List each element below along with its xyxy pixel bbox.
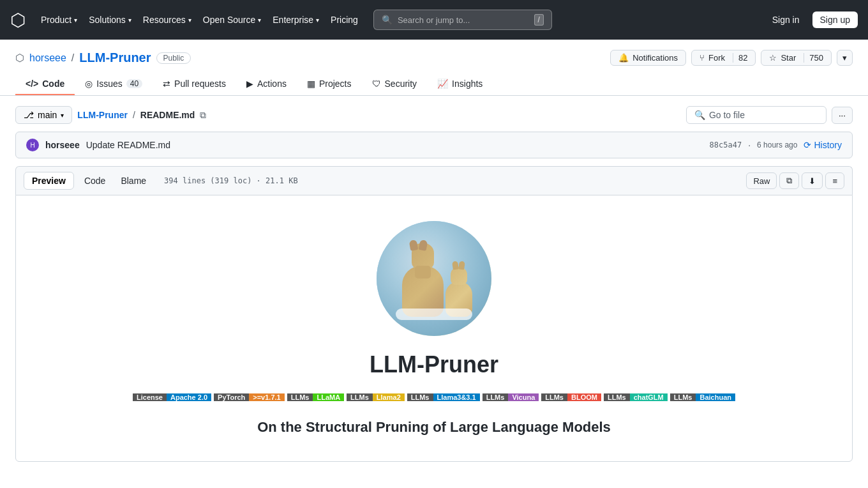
badge-license[interactable]: License Apache 2.0 [133,391,211,404]
chevron-down-icon: ▾ [61,112,64,119]
file-path-bar: ⎇ main ▾ LLM-Pruner / README.md ⧉ 🔍 Go t… [15,106,853,124]
file-right-actions: Raw ⧉ ⬇ ≡ [746,172,844,189]
issue-icon: ◎ [85,79,93,89]
history-icon: ⟳ [804,140,811,150]
tab-insights[interactable]: 📈 Insights [427,73,493,95]
path-current-file: README.md [140,110,195,120]
repo-readme-title: LLM-Pruner [31,351,837,378]
history-link[interactable]: ⟳ History [804,140,842,150]
copy-path-icon[interactable]: ⧉ [200,110,206,121]
preview-tab[interactable]: Preview [24,172,74,190]
dot-separator: · [748,140,751,150]
auth-buttons: Sign in Sign up [765,11,858,28]
star-count: 750 [804,53,823,63]
search-icon: 🔍 [382,15,393,25]
signin-button[interactable]: Sign in [765,11,807,28]
badge-llama2[interactable]: LLMs Llama2 [347,391,405,404]
chevron-down-icon: ▾ [74,17,77,24]
branch-selector[interactable]: ⎇ main ▾ [15,106,72,124]
more-options-button[interactable]: ··· [832,107,853,124]
star-icon: ☆ [769,53,777,63]
chevron-down-icon: ▾ [316,17,319,24]
badge-bloom[interactable]: LLMs BLOOM [541,391,601,404]
fork-button[interactable]: ⑂ Fork 82 [691,50,756,66]
tab-issues[interactable]: ◎ Issues 40 [75,73,153,95]
enterprise-menu[interactable]: Enterprise ▾ [267,11,324,29]
product-menu[interactable]: Product ▾ [36,11,82,29]
search-icon: 🔍 [694,110,705,120]
chevron-down-icon: ▾ [188,17,191,24]
star-dropdown-button[interactable]: ▾ [837,50,853,66]
security-icon: 🛡 [372,79,381,89]
badge-llama3[interactable]: LLMs Llama3&3.1 [407,391,480,404]
commit-time: 6 hours ago [757,141,797,149]
tab-code[interactable]: </> Code [15,73,75,95]
raw-button[interactable]: Raw [746,172,777,189]
readme-subtitle: On the Structural Pruning of Large Langu… [31,419,837,436]
notifications-button[interactable]: 🔔 Notifications [610,50,686,66]
repo-action-buttons: 🔔 Notifications ⑂ Fork 82 ☆ Star 750 ▾ [610,50,853,66]
pr-icon: ⇄ [163,79,170,89]
repo-name-link[interactable]: LLM-Pruner [79,50,151,65]
commit-author[interactable]: horseee [45,140,80,150]
visibility-badge: Public [156,52,191,64]
branch-icon: ⎇ [24,110,34,120]
insights-icon: 📈 [437,79,448,89]
repo-path-separator: / [71,52,74,64]
signup-button[interactable]: Sign up [812,11,858,28]
repo-type-icon: ⬡ [15,52,24,64]
open-source-menu[interactable]: Open Source ▾ [198,11,267,29]
issues-count-badge: 40 [126,79,142,88]
repo-header: ⬡ horseee / LLM-Pruner Public 🔔 Notifica… [0,40,868,96]
bell-icon: 🔔 [618,53,629,63]
path-separator: / [133,110,135,120]
blame-tab[interactable]: Blame [113,172,154,189]
list-view-button[interactable]: ≡ [825,172,844,189]
llm-pruner-image [377,221,491,336]
resources-menu[interactable]: Resources ▾ [138,11,197,29]
download-button[interactable]: ⬇ [802,172,823,189]
code-icon: </> [26,79,38,89]
commit-bar: H horseee Update README.md 88c5a47 · 6 h… [15,132,853,158]
projects-icon: ▦ [307,79,315,89]
copy-raw-button[interactable]: ⧉ [779,172,799,189]
tab-pull-requests[interactable]: ⇄ Pull requests [153,73,236,95]
repo-tabs: </> Code ◎ Issues 40 ⇄ Pull requests ▶ A… [15,73,853,95]
github-logo-icon[interactable]: ⬡ [10,10,26,31]
topnav: ⬡ Product ▾ Solutions ▾ Resources ▾ Open… [0,0,868,40]
topnav-links: Product ▾ Solutions ▾ Resources ▾ Open S… [36,11,363,29]
file-viewer: ⎇ main ▾ LLM-Pruner / README.md ⧉ 🔍 Go t… [0,96,868,472]
star-button[interactable]: ☆ Star 750 [761,50,832,66]
file-content: LLM-Pruner License Apache 2.0 PyTorch >=… [15,195,853,462]
chevron-down-icon: ▾ [258,17,261,24]
avatar: H [26,139,39,151]
tab-projects[interactable]: ▦ Projects [297,73,362,95]
badge-vicuna[interactable]: LLMs Vicuna [483,391,539,404]
pricing-link[interactable]: Pricing [326,11,363,29]
badge-row: License Apache 2.0 PyTorch >=v1.7.1 LLMs… [31,391,837,404]
badge-llama[interactable]: LLMs LLaMA [287,391,344,404]
search-placeholder: Search or jump to... [398,15,534,25]
badge-chatglm[interactable]: LLMs chatGLM [604,391,668,404]
tab-actions[interactable]: ▶ Actions [236,73,297,95]
chevron-down-icon: ▾ [128,17,131,24]
file-actions-bar: Preview Code Blame 394 lines (319 loc) ·… [15,166,853,195]
fork-count: 82 [733,53,747,63]
search-bar[interactable]: 🔍 Search or jump to... / [373,10,552,30]
badge-pytorch[interactable]: PyTorch >=v1.7.1 [214,391,285,404]
search-shortcut-kbd: / [534,14,544,26]
path-root-link[interactable]: LLM-Pruner [77,110,128,120]
badge-baichuan[interactable]: LLMs Baichuan [670,391,735,404]
solutions-menu[interactable]: Solutions ▾ [84,11,137,29]
commit-message: Update README.md [86,140,170,150]
commit-hash[interactable]: 88c5a47 [710,141,742,149]
code-tab[interactable]: Code [77,172,113,189]
file-stats: 394 lines (319 loc) · 21.1 KB [164,176,298,185]
tab-security[interactable]: 🛡 Security [362,73,428,95]
repo-owner-link[interactable]: horseee [29,52,66,64]
actions-icon: ▶ [246,79,253,89]
fork-icon: ⑂ [700,53,705,63]
go-to-file-button[interactable]: 🔍 Go to file [686,106,827,124]
